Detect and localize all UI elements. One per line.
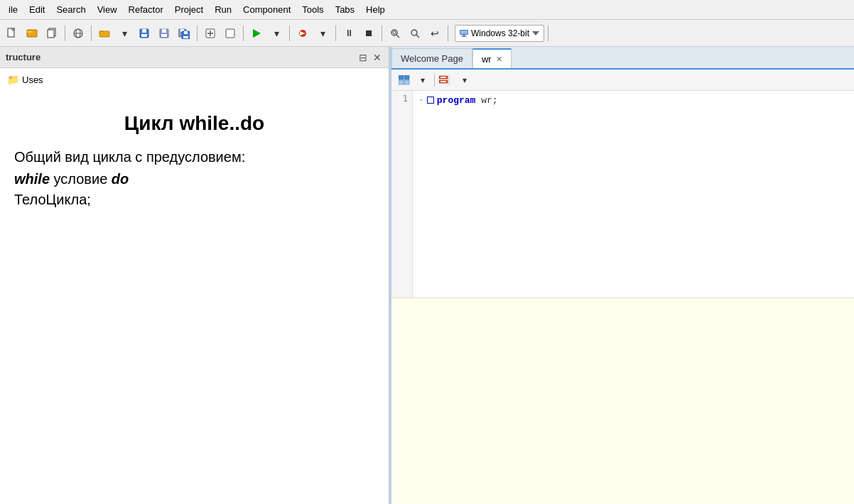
- class-view-button[interactable]: [438, 72, 455, 88]
- open-folder-button[interactable]: [95, 24, 114, 43]
- svg-rect-35: [463, 35, 465, 36]
- code-content[interactable]: · program wr;: [413, 91, 854, 297]
- secondary-code-area[interactable]: [391, 297, 854, 505]
- welcome-heading: Цикл while..do: [14, 112, 374, 135]
- run-button[interactable]: [247, 24, 266, 43]
- tab-wr-label: wr: [482, 54, 492, 65]
- code-editor: 1 · program wr;: [391, 91, 854, 504]
- svg-line-32: [416, 35, 419, 38]
- svg-rect-40: [399, 80, 404, 84]
- save-button[interactable]: [135, 24, 153, 43]
- class-dropdown-button[interactable]: ▾: [456, 72, 473, 88]
- svg-rect-1: [27, 30, 37, 37]
- structure-view-button[interactable]: [396, 72, 413, 88]
- sep2: [91, 26, 92, 41]
- svg-rect-14: [162, 29, 166, 33]
- menu-project[interactable]: Project: [169, 3, 209, 16]
- folder-icon: 📁: [7, 74, 19, 85]
- tab-welcome-label: Welcome Page: [401, 53, 463, 64]
- line-numbers: 1: [391, 91, 413, 297]
- back-button[interactable]: ↩: [426, 24, 444, 43]
- globe-button[interactable]: [69, 24, 87, 43]
- sep4: [243, 26, 244, 41]
- menu-component[interactable]: Component: [237, 3, 296, 16]
- svg-rect-24: [226, 29, 234, 38]
- svg-rect-4: [48, 30, 54, 38]
- menu-run[interactable]: Run: [209, 3, 237, 16]
- tree-uses-item[interactable]: 📁 Uses: [4, 72, 384, 87]
- svg-rect-38: [399, 75, 404, 80]
- while-keyword: while: [14, 171, 50, 187]
- sep7: [382, 26, 382, 41]
- tab-wr-close[interactable]: ✕: [496, 55, 502, 64]
- editor-toolbar: ▾ ▾: [391, 70, 854, 91]
- save-all-button[interactable]: [175, 24, 193, 43]
- stop-button[interactable]: ⏹: [360, 24, 378, 43]
- structure-panel: tructure ⊟ ✕ 📁 Uses Цикл while..do Общий…: [0, 47, 389, 504]
- menubar: ile Edit Search View Refactor Project Ru…: [0, 0, 854, 20]
- svg-rect-45: [440, 81, 446, 82]
- svg-rect-15: [161, 34, 167, 37]
- open-dropdown-button[interactable]: ▾: [115, 24, 134, 43]
- save-as-button[interactable]: [155, 24, 173, 43]
- panel-header: tructure ⊟ ✕: [0, 47, 389, 68]
- open2-button[interactable]: [221, 24, 239, 43]
- sq-marker: [427, 97, 434, 104]
- do-keyword: do: [112, 171, 129, 187]
- svg-rect-19: [184, 31, 188, 34]
- pin-button[interactable]: ⊟: [357, 52, 369, 63]
- svg-rect-41: [404, 80, 409, 84]
- platform-label: Windows 32-bit: [471, 28, 529, 38]
- svg-point-31: [411, 30, 417, 35]
- tree-uses-label: Uses: [22, 75, 43, 85]
- tabs-bar: Welcome Page wr ✕: [391, 47, 854, 70]
- structure-dropdown-button[interactable]: ▾: [414, 72, 431, 88]
- menu-edit[interactable]: Edit: [23, 3, 50, 16]
- svg-rect-12: [141, 34, 147, 37]
- syntax-line1: while условие do: [14, 171, 374, 187]
- welcome-content-area: Цикл while..do Общий вид цикла с предусл…: [0, 91, 389, 504]
- svg-rect-36: [461, 36, 467, 37]
- new-file-button[interactable]: [3, 24, 21, 43]
- menu-file[interactable]: ile: [3, 3, 23, 16]
- sep5: [289, 26, 290, 41]
- sep3: [197, 26, 198, 41]
- tree-area: 📁 Uses: [0, 68, 389, 91]
- build-dropdown-button[interactable]: ▾: [313, 24, 332, 43]
- svg-rect-39: [404, 75, 409, 80]
- build-button[interactable]: [293, 24, 312, 43]
- editor-panel: Welcome Page wr ✕ ▾: [391, 47, 854, 504]
- menu-tabs[interactable]: Tabs: [330, 3, 360, 16]
- tab-welcome-page[interactable]: Welcome Page: [391, 48, 472, 68]
- panel-close-button[interactable]: ✕: [372, 52, 383, 63]
- tab-wr[interactable]: wr ✕: [472, 48, 512, 68]
- menu-tools[interactable]: Tools: [296, 3, 329, 16]
- svg-rect-20: [183, 36, 188, 38]
- keyword-program: program: [437, 95, 476, 106]
- svg-marker-25: [253, 29, 261, 38]
- toolbar: ▾ ▾ ▾ ⏸ ⏹ ↩ Windows 32-bit: [0, 20, 854, 47]
- copy-button[interactable]: [43, 24, 61, 43]
- menu-search[interactable]: Search: [50, 3, 91, 16]
- sep9: [548, 26, 548, 41]
- svg-point-28: [391, 30, 397, 35]
- inspect2-button[interactable]: [406, 24, 424, 43]
- ed-sep1: [434, 74, 435, 87]
- svg-point-30: [393, 31, 396, 34]
- menu-help[interactable]: Help: [360, 3, 391, 16]
- svg-rect-34: [460, 31, 467, 34]
- sep1: [65, 26, 65, 41]
- run-dropdown-button[interactable]: ▾: [267, 24, 286, 43]
- editor-main: 1 · program wr;: [391, 91, 854, 297]
- menu-view[interactable]: View: [92, 3, 123, 16]
- inspect-button[interactable]: [386, 24, 404, 43]
- sep8: [448, 26, 448, 41]
- svg-marker-37: [532, 31, 539, 35]
- new2-button[interactable]: [201, 24, 220, 43]
- sep6: [335, 26, 336, 41]
- platform-dropdown[interactable]: Windows 32-bit: [455, 25, 544, 42]
- menu-refactor[interactable]: Refactor: [123, 3, 169, 16]
- code-line-1: · program wr;: [418, 94, 848, 106]
- pause-button[interactable]: ⏸: [340, 24, 358, 43]
- open-file-button[interactable]: [23, 24, 41, 43]
